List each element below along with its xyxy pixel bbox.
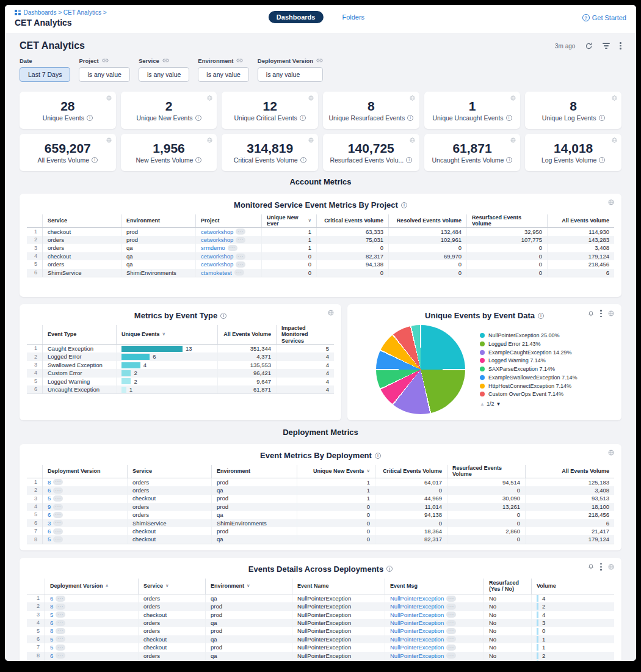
col-project[interactable]: Project	[195, 214, 261, 227]
col-unique-events[interactable]: Unique Events∨	[116, 325, 217, 344]
deployment-version-link[interactable]: 6···	[48, 512, 63, 518]
col-all-events-volume[interactable]: All Events Volume	[547, 214, 614, 227]
more-icon[interactable]: ···	[236, 261, 245, 268]
col-resurfaced-events-volume[interactable]: Resurfaced Events Volume	[466, 214, 547, 227]
more-icon[interactable]: ···	[446, 596, 456, 602]
project-link[interactable]: cetworkshop···	[201, 261, 245, 268]
deployment-version-link[interactable]: 6···	[48, 528, 63, 535]
event-msg-link[interactable]: NullPointerException···	[390, 604, 456, 610]
legend-item[interactable]: HttpHostConnectException 7.14%	[480, 383, 593, 390]
filter-chip[interactable]: is any value	[258, 67, 323, 82]
event-msg-link[interactable]: NullPointerException···	[390, 628, 456, 634]
filter-chip[interactable]: Last 7 Days	[20, 67, 70, 82]
deployment-version-link[interactable]: 8···	[50, 604, 65, 610]
globe-icon[interactable]	[608, 450, 614, 456]
bell-icon[interactable]	[588, 563, 594, 570]
info-icon[interactable]: i	[220, 313, 226, 319]
more-icon[interactable]: ···	[53, 520, 63, 526]
globe-icon[interactable]	[510, 95, 516, 101]
info-icon[interactable]: i	[599, 115, 605, 121]
info-icon[interactable]: i	[401, 202, 407, 208]
more-icon[interactable]: ···	[446, 628, 456, 634]
more-icon[interactable]: ···	[228, 245, 237, 251]
event-msg-link[interactable]: NullPointerException···	[390, 652, 456, 659]
col-event-type[interactable]: Event Type	[43, 325, 116, 344]
more-icon[interactable]: ···	[236, 228, 245, 235]
deployment-version-link[interactable]: 6···	[50, 620, 65, 626]
globe-icon[interactable]	[608, 310, 614, 316]
globe-icon[interactable]	[308, 95, 314, 101]
info-icon[interactable]: i	[92, 157, 98, 163]
get-started-button[interactable]: ? Get Started	[582, 14, 626, 21]
more-icon[interactable]: ···	[446, 636, 456, 642]
more-icon[interactable]: ···	[236, 237, 245, 243]
legend-page-down-icon[interactable]: ▼	[496, 401, 501, 407]
legend-item[interactable]: Logged Error 21.43%	[480, 341, 593, 348]
col-all-events-volume[interactable]: All Events Volume	[525, 465, 614, 478]
pie-chart[interactable]	[376, 325, 465, 414]
col-deployment-version[interactable]: Deployment Version	[43, 465, 127, 478]
deployment-version-link[interactable]: 8···	[48, 479, 63, 485]
more-icon[interactable]: ···	[56, 628, 65, 634]
more-icon[interactable]: ···	[446, 604, 456, 610]
col-service[interactable]: Service	[43, 214, 121, 227]
globe-icon[interactable]	[410, 137, 415, 143]
col-environment[interactable]: Environment	[211, 465, 297, 478]
info-icon[interactable]: i	[599, 157, 605, 163]
project-link[interactable]: cetworkshop···	[201, 228, 245, 235]
dashboard-filters-icon[interactable]	[603, 43, 610, 49]
globe-icon[interactable]	[410, 95, 415, 101]
panel-menu-icon[interactable]	[600, 563, 602, 571]
more-icon[interactable]: ···	[53, 504, 63, 510]
globe-icon[interactable]	[608, 199, 614, 205]
filter-chip[interactable]: is any value	[139, 67, 189, 82]
globe-icon[interactable]	[328, 310, 334, 316]
more-icon[interactable]: ···	[56, 596, 65, 602]
panel-menu-icon[interactable]	[600, 310, 602, 317]
globe-icon[interactable]	[608, 564, 614, 570]
more-icon[interactable]: ···	[56, 604, 65, 610]
more-icon[interactable]: ···	[56, 645, 65, 651]
legend-item[interactable]: ExampleCaughtException 14.29%	[480, 349, 593, 356]
legend-item[interactable]: ExampleSwallowedException 7.14%	[480, 374, 593, 381]
col-resurfaced[interactable]: Resurfaced (Yes / No)	[483, 579, 531, 594]
info-icon[interactable]: i	[300, 157, 306, 163]
more-icon[interactable]: ···	[234, 269, 244, 276]
more-icon[interactable]: ···	[446, 652, 456, 659]
legend-item[interactable]: Custom OverOps Event 7.14%	[480, 391, 593, 398]
deployment-version-link[interactable]: 6···	[50, 652, 65, 659]
project-link[interactable]: cetworkshop···	[201, 254, 245, 260]
event-msg-link[interactable]: NullPointerException···	[390, 596, 456, 602]
info-icon[interactable]: i	[300, 115, 306, 121]
col-event-msg[interactable]: Event Msg	[385, 579, 483, 594]
more-icon[interactable]: ···	[53, 488, 63, 494]
info-icon[interactable]: i	[195, 115, 201, 121]
more-icon[interactable]: ···	[446, 645, 456, 651]
deployment-version-link[interactable]: 8···	[50, 628, 65, 634]
refresh-icon[interactable]	[585, 42, 593, 50]
col-unique-new-events[interactable]: Unique New Ever∨	[261, 214, 316, 227]
bell-icon[interactable]	[588, 310, 594, 317]
deployment-version-link[interactable]: 5···	[50, 612, 65, 618]
deployment-version-link[interactable]: 5···	[48, 536, 63, 542]
project-link[interactable]: srmdemo···	[201, 245, 237, 251]
more-icon[interactable]: ···	[56, 620, 65, 626]
more-icon[interactable]: ···	[236, 254, 245, 260]
deployment-version-link[interactable]: 5···	[50, 636, 65, 642]
more-icon[interactable]: ···	[56, 652, 65, 659]
legend-item[interactable]: SAXParseException 7.14%	[480, 366, 593, 373]
legend-page-up-icon[interactable]: ▲	[480, 401, 485, 407]
info-icon[interactable]: i	[407, 115, 413, 121]
legend-item[interactable]: Logged Warning 7.14%	[480, 357, 593, 364]
more-icon[interactable]: ···	[53, 479, 63, 485]
deployment-version-link[interactable]: 6···	[48, 488, 63, 494]
col-impacted-monitored-services[interactable]: Impacted Monitored Services	[276, 325, 334, 344]
breadcrumb-link[interactable]: Dashboards	[24, 9, 57, 16]
globe-icon[interactable]	[612, 137, 617, 143]
deployment-version-link[interactable]: 5···	[48, 495, 63, 502]
col-service[interactable]: Service∨	[138, 579, 205, 594]
col-critical-events-volume[interactable]: Critical Events Volume	[375, 465, 447, 478]
more-icon[interactable]: ···	[446, 620, 456, 626]
event-msg-link[interactable]: NullPointerException···	[390, 612, 456, 618]
more-icon[interactable]: ···	[56, 636, 65, 642]
